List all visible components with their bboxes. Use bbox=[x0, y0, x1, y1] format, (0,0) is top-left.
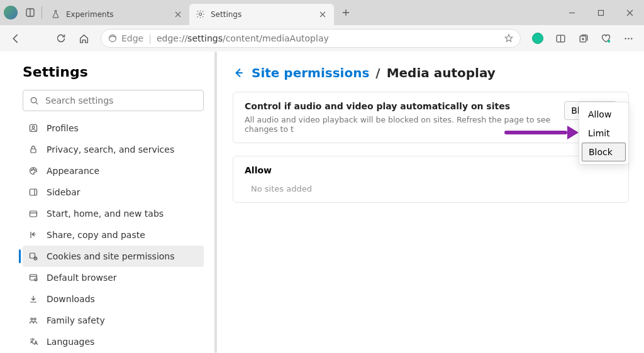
nav-profiles[interactable]: Profiles bbox=[23, 117, 204, 139]
nav-label: Languages bbox=[47, 337, 94, 347]
wellness-icon[interactable] bbox=[595, 28, 616, 49]
svg-point-17 bbox=[33, 168, 34, 170]
window-controls bbox=[557, 0, 644, 25]
nav-privacy[interactable]: Privacy, search, and services bbox=[23, 139, 204, 160]
refresh-button[interactable] bbox=[50, 28, 72, 49]
maximize-button[interactable] bbox=[586, 0, 615, 25]
language-icon bbox=[28, 336, 39, 347]
svg-point-18 bbox=[35, 170, 36, 171]
edge-icon bbox=[108, 33, 118, 43]
svg-rect-24 bbox=[30, 274, 37, 280]
separator bbox=[42, 6, 42, 19]
allow-card: Allow No sites added bbox=[233, 156, 629, 203]
settings-sidebar: Settings Profiles Privacy, search, and s… bbox=[0, 52, 214, 353]
profile-avatar[interactable] bbox=[4, 6, 18, 19]
address-bar[interactable]: Edge | edge://settings/content/mediaAuto… bbox=[101, 29, 521, 48]
dropdown-option-limit[interactable]: Limit bbox=[582, 124, 626, 143]
address-prefix: Edge bbox=[121, 33, 143, 43]
control-card-title: Control if audio and video play automati… bbox=[245, 101, 564, 111]
close-icon[interactable] bbox=[173, 9, 183, 19]
settings-title: Settings bbox=[23, 64, 204, 80]
svg-point-8 bbox=[608, 40, 610, 42]
tabs-icon bbox=[28, 208, 39, 219]
tab-label: Experiments bbox=[66, 10, 168, 19]
allow-section-title: Allow bbox=[245, 165, 617, 175]
svg-point-10 bbox=[628, 38, 629, 39]
gear-icon bbox=[196, 9, 206, 19]
nav-languages[interactable]: Languages bbox=[23, 331, 204, 352]
download-icon bbox=[28, 293, 39, 305]
grammarly-extension-icon[interactable] bbox=[527, 28, 548, 49]
nav-family-safety[interactable]: Family safety bbox=[23, 310, 204, 331]
content-area: Settings Profiles Privacy, search, and s… bbox=[0, 52, 644, 353]
minimize-button[interactable] bbox=[557, 0, 586, 25]
tab-settings[interactable]: Settings bbox=[189, 4, 334, 25]
svg-rect-19 bbox=[30, 189, 37, 195]
breadcrumb: Site permissions / Media autoplay bbox=[233, 65, 629, 80]
search-icon bbox=[30, 96, 39, 106]
cookies-icon bbox=[28, 251, 39, 262]
browser-icon bbox=[28, 272, 39, 283]
nav-share-copy[interactable]: Share, copy and paste bbox=[23, 224, 204, 246]
nav-default-browser[interactable]: Default browser bbox=[23, 267, 204, 288]
svg-point-16 bbox=[31, 170, 33, 171]
family-icon bbox=[28, 315, 39, 326]
nav-start-home[interactable]: Start, home, and new tabs bbox=[23, 203, 204, 224]
svg-point-26 bbox=[31, 318, 33, 320]
nav-label: Appearance bbox=[47, 166, 99, 176]
search-settings-box[interactable] bbox=[23, 90, 204, 111]
settings-nav: Profiles Privacy, search, and services A… bbox=[23, 117, 204, 352]
nav-label: Profiles bbox=[47, 123, 79, 133]
dropdown-option-allow[interactable]: Allow bbox=[582, 105, 626, 124]
svg-point-11 bbox=[631, 38, 632, 39]
svg-rect-3 bbox=[598, 10, 603, 15]
annotation-arrow bbox=[504, 126, 579, 139]
breadcrumb-link[interactable]: Site permissions bbox=[252, 65, 369, 80]
breadcrumb-current: Media autoplay bbox=[387, 65, 496, 80]
tab-experiments[interactable]: Experiments bbox=[45, 4, 189, 25]
allow-empty-text: No sites added bbox=[245, 184, 617, 193]
workspaces-icon[interactable] bbox=[21, 4, 39, 21]
breadcrumb-sep: / bbox=[375, 65, 380, 80]
home-button[interactable] bbox=[73, 28, 94, 49]
sidebar-icon bbox=[28, 187, 39, 198]
main-panel: Site permissions / Media autoplay Contro… bbox=[218, 52, 644, 353]
nav-label: Default browser bbox=[47, 273, 117, 283]
nav-label: Share, copy and paste bbox=[47, 230, 145, 240]
nav-cookies-permissions[interactable]: Cookies and site permissions bbox=[23, 246, 204, 267]
nav-sidebar[interactable]: Sidebar bbox=[23, 182, 204, 203]
more-menu-icon[interactable] bbox=[618, 28, 639, 49]
svg-point-12 bbox=[31, 97, 36, 102]
svg-rect-21 bbox=[30, 211, 37, 217]
profile-icon bbox=[28, 122, 39, 134]
svg-point-2 bbox=[199, 13, 201, 15]
new-tab-button[interactable] bbox=[336, 3, 355, 22]
dropdown-option-block[interactable]: Block bbox=[582, 143, 626, 161]
separator: | bbox=[148, 33, 152, 43]
address-url: edge://settings/content/mediaAutoplay bbox=[157, 33, 329, 43]
lock-icon bbox=[28, 144, 39, 155]
nav-label: Downloads bbox=[47, 294, 95, 304]
collections-icon[interactable] bbox=[572, 28, 594, 49]
nav-label: Cookies and site permissions bbox=[47, 251, 175, 261]
svg-point-14 bbox=[32, 126, 35, 129]
tab-label: Settings bbox=[211, 10, 313, 19]
svg-point-27 bbox=[34, 318, 36, 320]
nav-label: Sidebar bbox=[47, 187, 80, 197]
close-icon[interactable] bbox=[318, 9, 328, 19]
favorite-icon[interactable] bbox=[504, 33, 514, 43]
svg-rect-15 bbox=[31, 149, 36, 153]
split-screen-icon[interactable] bbox=[550, 28, 571, 49]
svg-point-9 bbox=[625, 38, 626, 39]
nav-label: Privacy, search, and services bbox=[47, 144, 174, 155]
share-icon bbox=[28, 229, 39, 241]
nav-downloads[interactable]: Downloads bbox=[23, 288, 204, 310]
autoplay-dropdown: Allow Limit Block bbox=[579, 102, 629, 165]
nav-label: Start, home, and new tabs bbox=[47, 209, 164, 219]
nav-label: Family safety bbox=[47, 315, 105, 325]
nav-appearance[interactable]: Appearance bbox=[23, 160, 204, 182]
breadcrumb-back-button[interactable] bbox=[233, 67, 245, 79]
search-settings-input[interactable] bbox=[45, 95, 197, 106]
close-window-button[interactable] bbox=[615, 0, 644, 25]
back-button[interactable] bbox=[5, 28, 26, 49]
